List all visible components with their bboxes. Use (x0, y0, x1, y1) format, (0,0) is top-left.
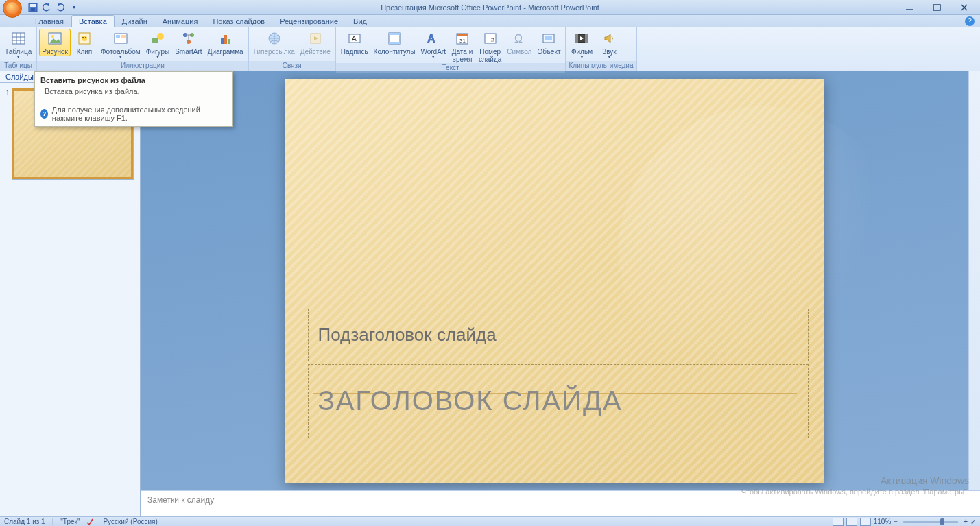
datetime-button[interactable]: 31Дата и время (449, 29, 476, 63)
movie-button[interactable]: Фильм▼ (568, 29, 595, 58)
chart-icon (217, 30, 234, 47)
chart-button-label: Диаграмма (208, 48, 243, 56)
svg-rect-46 (545, 36, 552, 40)
sorter-view-button[interactable] (846, 518, 857, 526)
group-клипы-мультимедиа: Фильм▼Звук▼Клипы мультимедиа (566, 27, 636, 71)
qat-dropdown-icon[interactable]: ▾ (69, 2, 80, 13)
title-text: ЗАГОЛОВОК СЛАЙДА (318, 385, 623, 416)
sound-button[interactable]: Звук▼ (595, 29, 623, 58)
group-label: Клипы мультимедиа (566, 61, 636, 71)
svg-rect-37 (389, 42, 400, 44)
group-label: Иллюстрации (37, 61, 248, 71)
zoom-out-button[interactable]: − (894, 518, 898, 525)
fit-to-window-button[interactable]: ⤢ (970, 518, 976, 525)
headerfooter-button[interactable]: Колонтитулы (371, 29, 418, 56)
minimize-button[interactable] (900, 2, 918, 13)
svg-rect-30 (228, 39, 230, 44)
svg-rect-29 (224, 35, 227, 44)
close-button[interactable] (955, 2, 973, 13)
symbol-button[interactable]: ΩСимвол (504, 29, 534, 56)
shapes-icon (150, 30, 166, 47)
office-button[interactable] (3, 0, 22, 18)
svg-point-22 (157, 33, 164, 40)
notes-pane[interactable]: Заметки к слайду Активация Windows Чтобы… (141, 490, 980, 516)
svg-text:A: A (352, 35, 357, 43)
headerfooter-icon (386, 30, 403, 47)
action-button[interactable]: Действие (298, 29, 333, 56)
status-theme: "Трек" (60, 518, 80, 525)
tab-главная[interactable]: Главная (27, 15, 71, 27)
slide-area: Подзаголовок слайда ЗАГОЛОВОК СЛАЙДА Зам… (141, 71, 980, 516)
svg-rect-36 (389, 33, 400, 35)
maximize-button[interactable] (928, 2, 946, 13)
clip-button-label: Клип (77, 48, 93, 56)
action-button-label: Действие (300, 48, 331, 56)
clip-icon (76, 30, 93, 47)
group-связи: ГиперссылкаДействиеСвязи (249, 27, 336, 71)
svg-rect-1 (30, 4, 36, 7)
slidenumber-icon: # (482, 30, 499, 47)
svg-rect-19 (116, 35, 120, 38)
movie-icon (573, 30, 590, 47)
svg-rect-48 (576, 34, 578, 43)
slideshow-view-button[interactable] (860, 518, 871, 526)
svg-text:A: A (427, 33, 435, 45)
thumbnail-number: 1 (5, 88, 10, 179)
workspace: Слайды × 1 Подзаголовок слайда (0, 71, 980, 516)
textbox-button[interactable]: AНадпись (338, 29, 371, 56)
svg-text:31: 31 (459, 38, 466, 44)
zoom-percent[interactable]: 110% (874, 518, 892, 525)
picture-button[interactable]: Рисунок (39, 29, 71, 56)
svg-point-17 (85, 37, 86, 38)
svg-rect-49 (585, 34, 587, 43)
symbol-icon: Ω (511, 30, 527, 47)
hyperlink-icon (266, 30, 283, 47)
help-button[interactable]: ? (965, 16, 975, 26)
title-placeholder[interactable]: ЗАГОЛОВОК СЛАЙДА (308, 364, 809, 438)
dropdown-arrow-icon: ▼ (607, 56, 612, 58)
tab-анимация[interactable]: Анимация (155, 15, 206, 27)
smartart-icon (180, 30, 197, 47)
svg-rect-20 (121, 35, 126, 38)
svg-point-16 (82, 37, 84, 38)
group-иллюстрации: РисунокКлипФотоальбом▼Фигуры▼SmartArtДиа… (37, 27, 248, 71)
object-button[interactable]: Объект (534, 29, 563, 56)
status-language[interactable]: Русский (Россия) (103, 518, 157, 525)
spellcheck-icon[interactable] (86, 518, 96, 526)
zoom-in-button[interactable]: + (964, 518, 968, 525)
tab-вид[interactable]: Вид (346, 15, 374, 27)
slidenumber-button[interactable]: #Номер слайда (476, 29, 504, 63)
tab-рецензирование[interactable]: Рецензирование (272, 15, 346, 27)
clip-button[interactable]: Клип (71, 29, 98, 56)
vertical-scrollbar[interactable] (968, 71, 980, 490)
hyperlink-button-label: Гиперссылка (254, 48, 295, 56)
headerfooter-button-label: Колонтитулы (374, 48, 416, 56)
smartart-button[interactable]: SmartArt (172, 29, 204, 56)
subtitle-placeholder[interactable]: Подзаголовок слайда (308, 309, 809, 361)
smartart-button-label: SmartArt (175, 48, 202, 56)
redo-icon[interactable] (55, 2, 66, 13)
photoalbum-button[interactable]: Фотоальбом▼ (98, 29, 143, 58)
undo-icon[interactable] (41, 2, 52, 13)
svg-rect-28 (221, 38, 224, 44)
tooltip-body: Вставка рисунка из файла. (35, 86, 232, 101)
wordart-icon: A (425, 30, 442, 47)
hyperlink-button[interactable]: Гиперссылка (251, 29, 298, 56)
tab-дизайн[interactable]: Дизайн (115, 15, 155, 27)
dropdown-arrow-icon: ▼ (579, 56, 584, 58)
normal-view-button[interactable] (833, 518, 844, 526)
tab-вставка[interactable]: Вставка (71, 15, 115, 27)
zoom-slider[interactable] (903, 521, 958, 523)
tab-показ-слайдов[interactable]: Показ слайдов (205, 15, 272, 27)
picture-icon (47, 30, 63, 47)
wordart-button[interactable]: AWordArt▼ (418, 29, 449, 58)
status-bar: Слайд 1 из 1 | "Трек" Русский (Россия) 1… (0, 516, 980, 526)
tooltip-help-text: Для получения дополнительных сведений на… (52, 106, 227, 122)
slide-canvas[interactable]: Подзаголовок слайда ЗАГОЛОВОК СЛАЙДА (285, 79, 824, 483)
shapes-button[interactable]: Фигуры▼ (143, 29, 172, 58)
dropdown-arrow-icon: ▼ (155, 56, 160, 58)
action-icon (307, 30, 324, 47)
chart-button[interactable]: Диаграмма (205, 29, 246, 56)
save-icon[interactable] (27, 2, 38, 13)
table-button[interactable]: Таблица▼ (2, 29, 34, 58)
